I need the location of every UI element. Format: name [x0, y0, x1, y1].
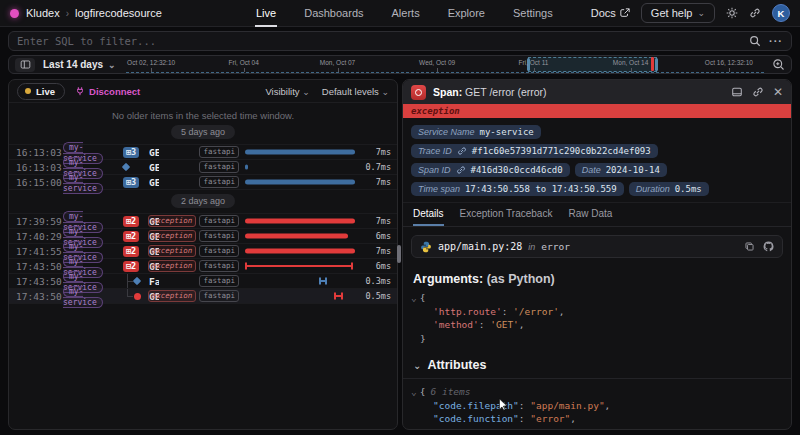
live-panel-header: Live Disconnect Visibility ⌄ Default lev… [9, 80, 397, 103]
github-icon[interactable] [763, 241, 774, 252]
span-duration: 0.5ms [361, 291, 391, 301]
tag-exception[interactable]: exception [148, 290, 197, 302]
span-waterfall-bar [243, 229, 361, 243]
default-levels-dropdown[interactable]: Default levels ⌄ [322, 86, 389, 97]
timeline-strip[interactable]: Oct 02, 12:32:10Fri, Oct 04Mon, Oct 07We… [126, 56, 764, 73]
tree-connector [123, 289, 134, 303]
span-title: Span: GET /error (error) [433, 86, 724, 98]
span-duration: 7ms [361, 246, 391, 256]
service-tag[interactable]: my-service [63, 171, 123, 193]
sql-filter-input[interactable] [17, 35, 741, 47]
span-waterfall-bar [243, 214, 361, 228]
row-badge-cell[interactable]: ⊞3 [123, 147, 149, 158]
row-tags: exceptionfastapi [159, 290, 239, 302]
span-duration: 0.3ms [361, 276, 391, 286]
docs-link[interactable]: Docs [591, 7, 630, 19]
expand-children-badge[interactable]: ⊞2 [123, 216, 139, 227]
nav-item-explore[interactable]: Explore [447, 0, 486, 27]
nav-item-alerts[interactable]: Alerts [391, 0, 421, 27]
tab-raw-data[interactable]: Raw Data [568, 203, 612, 226]
row-tags: fastapi [159, 161, 239, 173]
trace-row-list: 16:13:03 my-service ⊞3 GET / fastapi 7ms… [9, 145, 397, 304]
span-title-text: GET /error (error) [465, 86, 546, 98]
row-badge-cell[interactable]: ⊞2 [123, 216, 149, 227]
row-badge-cell[interactable]: ⊞3 [123, 177, 149, 188]
tag-fastapi[interactable]: fastapi [199, 161, 239, 173]
tag-exception[interactable]: exception [148, 245, 197, 257]
time-range-dropdown[interactable]: Last 14 days ⌄ [43, 59, 116, 70]
span-waterfall-bar [243, 244, 361, 258]
search-button[interactable] [749, 35, 761, 47]
tag-fastapi[interactable]: fastapi [199, 290, 239, 302]
zoom-in-button[interactable] [772, 58, 785, 71]
panel-resize-handle[interactable] [397, 245, 401, 263]
span-label: GET / [149, 147, 159, 158]
collapse-caret-icon[interactable]: ⌄ [413, 360, 421, 371]
visibility-dropdown[interactable]: Visibility ⌄ [265, 86, 309, 97]
expand-children-badge[interactable]: ⊞2 [123, 246, 139, 257]
span-duration: 7ms [361, 177, 391, 187]
span-waterfall-bar [243, 160, 361, 174]
copy-icon[interactable] [744, 241, 755, 252]
tab-exception-traceback[interactable]: Exception Traceback [460, 203, 553, 226]
tag-fastapi[interactable]: fastapi [199, 215, 239, 227]
attributes-heading-label: Attributes [427, 358, 486, 372]
tag-exception[interactable]: exception [148, 230, 197, 242]
nav-item-settings[interactable]: Settings [512, 0, 554, 27]
expand-children-badge[interactable]: ⊞3 [123, 147, 139, 158]
selection-end-handle[interactable] [655, 58, 658, 71]
sidebar-toggle-button[interactable] [15, 58, 35, 72]
trace-row[interactable]: 16:15:00 my-service ⊞3 GET / fastapi 7ms [9, 175, 397, 190]
meta-badge: Duration 0.5ms [629, 182, 709, 196]
tag-fastapi[interactable]: fastapi [199, 275, 239, 287]
row-badge-cell[interactable]: ⊞2 [123, 231, 149, 242]
trace-row[interactable]: 17:43:50 my-service GET /error (error) e… [9, 289, 397, 304]
get-help-button[interactable]: Get help ⌄ [641, 3, 715, 23]
plug-icon [75, 86, 85, 96]
theme-toggle-button[interactable] [726, 7, 738, 19]
tag-fastapi[interactable]: fastapi [199, 146, 239, 158]
breadcrumb-project[interactable]: logfirecodesource [75, 7, 162, 19]
timeline-tick-mark [631, 68, 632, 72]
tag-fastapi[interactable]: fastapi [199, 176, 239, 188]
expand-children-badge[interactable]: ⊞3 [123, 177, 139, 188]
row-badge-cell[interactable] [134, 278, 149, 284]
more-options-button[interactable]: ··· [769, 35, 783, 47]
share-link-button[interactable] [749, 7, 761, 19]
tag-fastapi[interactable]: fastapi [199, 230, 239, 242]
meta-value: 0.5ms [675, 184, 702, 194]
tag-fastapi[interactable]: fastapi [199, 260, 239, 272]
tag-exception[interactable]: exception [148, 260, 197, 272]
link-icon[interactable] [457, 146, 467, 156]
row-badge-cell[interactable]: ⊞2 [123, 246, 149, 257]
nav-item-live[interactable]: Live [255, 0, 277, 27]
span-waterfall-bar [243, 289, 361, 303]
link-icon[interactable] [456, 165, 466, 175]
tab-details[interactable]: Details [413, 203, 444, 226]
external-link-icon [620, 8, 630, 18]
copy-link-icon[interactable] [752, 86, 764, 98]
span-duration: 6ms [361, 261, 391, 271]
code-location-bar[interactable]: app/main.py:28 in error [411, 235, 783, 258]
row-badge-cell[interactable] [134, 293, 149, 300]
close-icon[interactable]: ✕ [773, 86, 783, 98]
nav-item-dashboards[interactable]: Dashboards [303, 0, 364, 27]
duration-bar [245, 249, 355, 254]
timeline-tick-label: Mon, Oct 14 [613, 59, 648, 66]
tag-exception[interactable]: exception [148, 215, 197, 227]
meta-label: Time span [418, 184, 460, 194]
avatar[interactable]: K [772, 4, 790, 22]
tag-fastapi[interactable]: fastapi [199, 245, 239, 257]
live-toggle[interactable]: Live [17, 83, 65, 100]
service-tag[interactable]: my-service [63, 285, 123, 307]
disconnect-button[interactable]: Disconnect [75, 86, 140, 97]
breadcrumb-org[interactable]: Kludex [26, 7, 60, 19]
row-badge-cell[interactable]: ⊟2 [123, 261, 149, 272]
row-badge-cell[interactable] [123, 164, 149, 170]
dock-panel-icon[interactable] [731, 86, 743, 98]
collapse-children-badge[interactable]: ⊟2 [123, 261, 139, 272]
python-icon [420, 241, 432, 253]
expand-children-badge[interactable]: ⊞2 [123, 231, 139, 242]
timeline-tick-label: Oct 02, 12:32:10 [127, 59, 175, 66]
search-icon [749, 35, 761, 47]
